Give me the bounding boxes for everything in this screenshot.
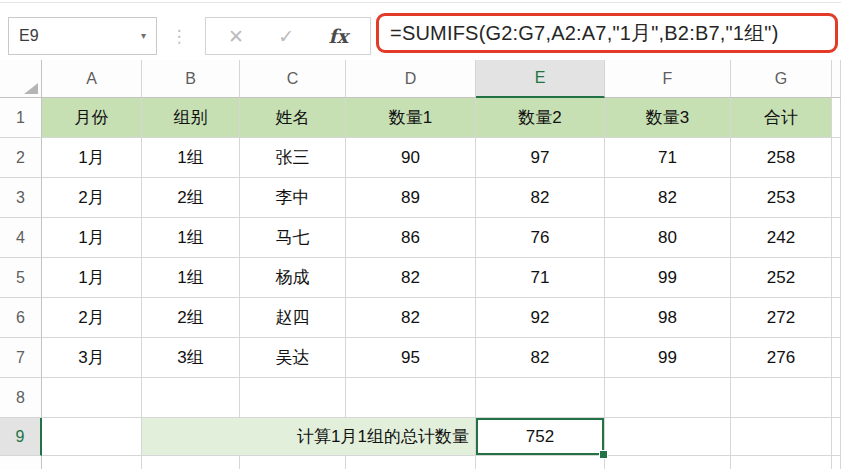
row-header-2[interactable]: 2 bbox=[0, 138, 42, 178]
cell-D7[interactable]: 95 bbox=[346, 338, 476, 378]
insert-function-icon[interactable]: fx bbox=[328, 25, 348, 47]
cell-F6[interactable]: 98 bbox=[605, 298, 731, 338]
row-header-8[interactable]: 8 bbox=[0, 378, 42, 418]
cell-B7[interactable]: 3组 bbox=[142, 338, 240, 378]
formula-input[interactable]: =SUMIFS(G2:G7,A2:A7,"1月",B2:B7,"1组") bbox=[390, 20, 779, 47]
cell-B8[interactable] bbox=[142, 378, 240, 418]
cell-G4[interactable]: 242 bbox=[731, 218, 832, 258]
column-header-B[interactable]: B bbox=[142, 60, 240, 98]
cell-F2[interactable]: 71 bbox=[605, 138, 731, 178]
cell-C7[interactable]: 吴达 bbox=[240, 338, 346, 378]
cell-A6[interactable]: 2月 bbox=[42, 298, 142, 338]
cell-A7[interactable]: 3月 bbox=[42, 338, 142, 378]
enter-icon[interactable]: ✓ bbox=[278, 25, 294, 48]
cell-G8[interactable] bbox=[731, 378, 832, 418]
cell-overflow-3 bbox=[832, 178, 841, 218]
cell-G1[interactable]: 合计 bbox=[731, 98, 832, 138]
cancel-icon[interactable]: ✕ bbox=[228, 25, 244, 48]
cell-C6[interactable]: 赵四 bbox=[240, 298, 346, 338]
cell-A9[interactable] bbox=[42, 418, 142, 456]
cell-F8[interactable] bbox=[605, 378, 731, 418]
cell-row10-2 bbox=[240, 456, 346, 469]
name-box[interactable]: E9 ▾ bbox=[8, 17, 157, 55]
cell-A8[interactable] bbox=[42, 378, 142, 418]
select-all-button[interactable] bbox=[0, 60, 42, 98]
cell-C4[interactable]: 马七 bbox=[240, 218, 346, 258]
cell-F4[interactable]: 80 bbox=[605, 218, 731, 258]
cell-B5[interactable]: 1组 bbox=[142, 258, 240, 298]
cell-D5[interactable]: 82 bbox=[346, 258, 476, 298]
column-header-G[interactable]: G bbox=[731, 60, 832, 98]
row-header-1[interactable]: 1 bbox=[0, 98, 42, 138]
cell-G6[interactable]: 272 bbox=[731, 298, 832, 338]
cell-F5[interactable]: 99 bbox=[605, 258, 731, 298]
name-box-dropdown-icon[interactable]: ▾ bbox=[141, 31, 146, 41]
result-cell-E9[interactable]: 752 bbox=[476, 418, 605, 456]
cell-F3[interactable]: 82 bbox=[605, 178, 731, 218]
cell-B4[interactable]: 1组 bbox=[142, 218, 240, 258]
cell-D3[interactable]: 89 bbox=[346, 178, 476, 218]
cell-overflow-7 bbox=[832, 338, 841, 378]
cell-C8[interactable] bbox=[240, 378, 346, 418]
cell-B6[interactable]: 2组 bbox=[142, 298, 240, 338]
formula-highlight-box: =SUMIFS(G2:G7,A2:A7,"1月",B2:B7,"1组") bbox=[376, 13, 838, 53]
row-header-5[interactable]: 5 bbox=[0, 258, 42, 298]
cell-overflow-9 bbox=[832, 418, 841, 456]
column-header-F[interactable]: F bbox=[605, 60, 731, 98]
cell-F9[interactable] bbox=[605, 418, 731, 456]
cell-row10-7 bbox=[832, 456, 841, 469]
cell-row10-5 bbox=[605, 456, 731, 469]
row-header-9[interactable]: 9 bbox=[0, 418, 42, 456]
formula-bar: E9 ▾ ⋮ ✕ ✓ fx =SUMIFS(G2:G7,A2:A7,"1月",B… bbox=[0, 0, 841, 60]
row-header-3[interactable]: 3 bbox=[0, 178, 42, 218]
cell-C5[interactable]: 杨成 bbox=[240, 258, 346, 298]
cell-E5[interactable]: 71 bbox=[476, 258, 605, 298]
cell-overflow-8 bbox=[832, 378, 841, 418]
cell-A1[interactable]: 月份 bbox=[42, 98, 142, 138]
summary-label-cell[interactable]: 计算1月1组的总计数量 bbox=[142, 418, 476, 456]
cell-G2[interactable]: 258 bbox=[731, 138, 832, 178]
cell-D4[interactable]: 86 bbox=[346, 218, 476, 258]
cell-G5[interactable]: 252 bbox=[731, 258, 832, 298]
row-header-10[interactable] bbox=[0, 456, 42, 469]
cell-row10-1 bbox=[142, 456, 240, 469]
column-header-D[interactable]: D bbox=[346, 60, 476, 98]
cell-E1[interactable]: 数量2 bbox=[476, 98, 605, 138]
cell-B2[interactable]: 1组 bbox=[142, 138, 240, 178]
cell-C3[interactable]: 李中 bbox=[240, 178, 346, 218]
cell-D6[interactable]: 82 bbox=[346, 298, 476, 338]
row-header-4[interactable]: 4 bbox=[0, 218, 42, 258]
row-header-7[interactable]: 7 bbox=[0, 338, 42, 378]
cell-D8[interactable] bbox=[346, 378, 476, 418]
row-header-6[interactable]: 6 bbox=[0, 298, 42, 338]
cell-C1[interactable]: 姓名 bbox=[240, 98, 346, 138]
cell-F1[interactable]: 数量3 bbox=[605, 98, 731, 138]
cell-E7[interactable]: 82 bbox=[476, 338, 605, 378]
cell-E8[interactable] bbox=[476, 378, 605, 418]
cell-F7[interactable]: 99 bbox=[605, 338, 731, 378]
column-header-C[interactable]: C bbox=[240, 60, 346, 98]
cell-D2[interactable]: 90 bbox=[346, 138, 476, 178]
cell-row10-4 bbox=[476, 456, 605, 469]
cell-G7[interactable]: 276 bbox=[731, 338, 832, 378]
cell-E2[interactable]: 97 bbox=[476, 138, 605, 178]
cell-E6[interactable]: 92 bbox=[476, 298, 605, 338]
cell-overflow-5 bbox=[832, 258, 841, 298]
cell-B1[interactable]: 组别 bbox=[142, 98, 240, 138]
cell-E3[interactable]: 82 bbox=[476, 178, 605, 218]
column-header-E[interactable]: E bbox=[476, 60, 605, 98]
ribbon-divider bbox=[0, 2, 841, 3]
cell-A4[interactable]: 1月 bbox=[42, 218, 142, 258]
cell-row10-6 bbox=[731, 456, 832, 469]
cell-D1[interactable]: 数量1 bbox=[346, 98, 476, 138]
formula-bar-resize-handle-icon[interactable]: ⋮ bbox=[170, 17, 188, 55]
column-header-A[interactable]: A bbox=[42, 60, 142, 98]
cell-G9[interactable] bbox=[731, 418, 832, 456]
cell-B3[interactable]: 2组 bbox=[142, 178, 240, 218]
cell-A5[interactable]: 1月 bbox=[42, 258, 142, 298]
cell-A2[interactable]: 1月 bbox=[42, 138, 142, 178]
cell-A3[interactable]: 2月 bbox=[42, 178, 142, 218]
cell-E4[interactable]: 76 bbox=[476, 218, 605, 258]
cell-G3[interactable]: 253 bbox=[731, 178, 832, 218]
cell-C2[interactable]: 张三 bbox=[240, 138, 346, 178]
